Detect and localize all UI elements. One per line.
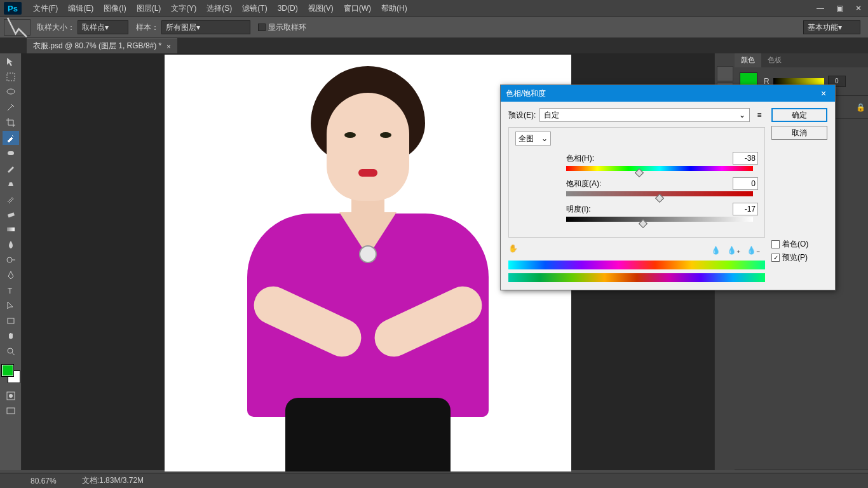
svg-rect-0 (7, 73, 15, 81)
color-strip-top (508, 261, 765, 269)
menu-filter[interactable]: 滤镜(T) (237, 3, 272, 14)
menu-window[interactable]: 窗口(W) (339, 3, 376, 14)
menu-type[interactable]: 文字(Y) (166, 3, 201, 14)
clone-stamp-tool[interactable] (3, 177, 19, 191)
eyedropper-tool[interactable] (3, 131, 19, 145)
sample-size-select[interactable]: 取样点▾ (78, 20, 128, 34)
menu-select[interactable]: 选择(S) (201, 3, 237, 14)
pen-tool[interactable] (3, 268, 19, 282)
zoom-tool[interactable] (3, 344, 19, 358)
dialog-close-icon[interactable]: × (817, 88, 830, 98)
lightness-label: 明度(I): (566, 204, 617, 215)
preset-menu-icon[interactable]: ≡ (754, 111, 765, 119)
sample-label: 样本： (136, 22, 159, 33)
window-controls: — ▣ ✕ (811, 0, 868, 17)
foreground-color-swatch[interactable] (2, 365, 13, 376)
toolbox: T (0, 53, 22, 470)
dialog-titlebar[interactable]: 色相/饱和度 × (501, 85, 835, 102)
hue-input[interactable] (733, 152, 758, 165)
menu-file[interactable]: 文件(F) (28, 3, 63, 14)
doc-size: 文档:1.83M/3.72M (82, 475, 144, 486)
preset-select[interactable]: 自定⌄ (539, 108, 750, 122)
cancel-button[interactable]: 取消 (771, 126, 827, 140)
screen-mode-tool[interactable] (3, 404, 19, 418)
eraser-tool[interactable] (3, 207, 19, 221)
show-ring-label: 显示取样环 (268, 22, 306, 33)
menu-image[interactable]: 图像(I) (98, 3, 131, 14)
zoom-level[interactable]: 80.67% (31, 477, 57, 485)
menu-bar: Ps 文件(F) 编辑(E) 图像(I) 图层(L) 文字(Y) 选择(S) 滤… (0, 0, 868, 17)
dock-icon-1[interactable] (717, 66, 733, 81)
svg-point-5 (7, 257, 12, 262)
menu-3d[interactable]: 3D(D) (273, 4, 303, 13)
close-button[interactable]: ✕ (849, 0, 868, 17)
document-tab[interactable]: 衣服.psd @ 80.7% (图层 1, RGB/8#) * × (27, 38, 177, 53)
path-selection-tool[interactable] (3, 299, 19, 313)
eyedropper-icon[interactable]: 💧 (711, 246, 721, 255)
lightness-slider[interactable] (566, 217, 753, 222)
saturation-slider[interactable] (566, 191, 753, 196)
hue-label: 色相(H): (566, 153, 617, 164)
lock-icon[interactable]: 🔒 (856, 103, 865, 112)
svg-rect-11 (7, 408, 15, 414)
preview-checkbox-row[interactable]: ✓预览(P) (771, 252, 827, 263)
document-tab-label: 衣服.psd @ 80.7% (图层 1, RGB/8#) * (33, 41, 161, 51)
color-swatches[interactable] (2, 365, 20, 383)
show-ring-checkbox[interactable] (258, 24, 266, 31)
quick-mask-tool[interactable] (3, 389, 19, 403)
colorize-checkbox[interactable] (771, 240, 780, 248)
saturation-label: 饱和度(A): (566, 179, 617, 189)
maximize-button[interactable]: ▣ (830, 0, 849, 17)
status-bar: 80.67% 文档:1.83M/3.72M (0, 473, 868, 488)
swatches-tab[interactable]: 色板 (761, 53, 788, 67)
svg-rect-3 (7, 212, 14, 217)
menu-edit[interactable]: 编辑(E) (63, 3, 98, 14)
adjustment-fieldset: 全图⌄ 色相(H): 饱和度(A): 明度(I): (508, 127, 765, 238)
gradient-tool[interactable] (3, 222, 19, 236)
r-slider[interactable] (773, 78, 824, 85)
type-tool[interactable]: T (3, 283, 19, 297)
saturation-input[interactable] (733, 177, 758, 190)
menu-view[interactable]: 视图(V) (303, 3, 339, 14)
lasso-tool[interactable] (3, 85, 19, 99)
svg-rect-4 (7, 227, 15, 231)
tool-preset-icon[interactable] (4, 19, 31, 36)
healing-brush-tool[interactable] (3, 146, 19, 160)
sample-layers-select[interactable]: 所有图层▾ (161, 20, 250, 34)
marquee-tool[interactable] (3, 70, 19, 84)
ps-logo: Ps (4, 2, 22, 15)
lightness-input[interactable] (733, 203, 758, 215)
preset-label: 预设(E): (508, 110, 536, 121)
dodge-tool[interactable] (3, 253, 19, 267)
color-strip-bottom (508, 273, 765, 282)
scrubby-icon[interactable]: ✋ (508, 244, 521, 257)
range-select[interactable]: 全图⌄ (515, 132, 551, 146)
shape-tool[interactable] (3, 314, 19, 328)
svg-rect-2 (8, 151, 14, 155)
history-brush-tool[interactable] (3, 192, 19, 206)
document-tab-bar: 衣服.psd @ 80.7% (图层 1, RGB/8#) * × (0, 38, 868, 53)
colorize-checkbox-row[interactable]: 着色(O) (771, 239, 827, 250)
minimize-button[interactable]: — (811, 0, 830, 17)
crop-tool[interactable] (3, 116, 19, 130)
dialog-title: 色相/饱和度 (506, 88, 546, 99)
eyedropper-add-icon[interactable]: 💧₊ (727, 246, 740, 255)
menu-help[interactable]: 帮助(H) (376, 3, 412, 14)
document-close-icon[interactable]: × (166, 43, 170, 50)
magic-wand-tool[interactable] (3, 100, 19, 114)
preview-checkbox[interactable]: ✓ (771, 254, 780, 262)
workspace-select[interactable]: 基本功能▾ (803, 20, 860, 34)
sample-size-label: 取样大小： (37, 22, 75, 33)
ok-button[interactable]: 确定 (771, 108, 827, 122)
color-tab[interactable]: 颜色 (735, 53, 761, 67)
move-tool[interactable] (3, 55, 19, 69)
menu-layer[interactable]: 图层(L) (132, 3, 166, 14)
svg-point-8 (8, 348, 13, 353)
svg-text:T: T (8, 287, 13, 295)
brush-tool[interactable] (3, 161, 19, 175)
hand-tool[interactable] (3, 329, 19, 343)
eyedropper-sub-icon[interactable]: 💧₋ (747, 246, 760, 255)
svg-rect-7 (8, 318, 14, 323)
blur-tool[interactable] (3, 238, 19, 252)
hue-slider[interactable] (566, 166, 753, 171)
